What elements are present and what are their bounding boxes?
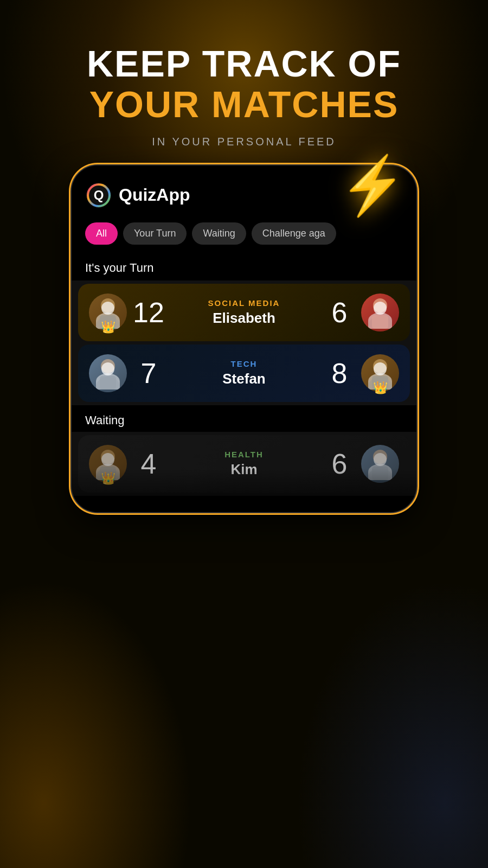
waiting-section-label: Waiting xyxy=(72,405,416,432)
match-category-2: TECH xyxy=(170,359,318,368)
player-score-3: 4 xyxy=(132,448,165,480)
svg-point-15 xyxy=(101,450,115,464)
opponent-score-2: 8 xyxy=(323,357,356,390)
opponent-avatar-container-1 xyxy=(361,293,399,331)
player-crown-3: 👑 xyxy=(101,471,115,486)
svg-point-12 xyxy=(373,359,387,373)
svg-rect-8 xyxy=(372,315,388,329)
app-logo: Q xyxy=(85,182,112,209)
player-avatar-container-1: 👑 xyxy=(89,293,127,331)
player-avatar-container-3: 👑 xyxy=(89,445,127,483)
svg-text:Q: Q xyxy=(94,188,104,202)
match-category-3: HEALTH xyxy=(170,450,318,459)
tab-your-turn[interactable]: Your Turn xyxy=(123,222,187,245)
lightning-icon: ⚡ xyxy=(336,150,409,220)
match-opponent-1: Elisabeth xyxy=(170,310,318,327)
bg-glow-right xyxy=(271,542,488,868)
tab-waiting[interactable]: Waiting xyxy=(192,222,246,245)
player-avatar-2 xyxy=(89,354,127,392)
player-crown-1: 👑 xyxy=(101,320,115,334)
match-opponent-2: Stefan xyxy=(170,371,318,387)
opponent-crown-2: 👑 xyxy=(373,381,388,395)
opponent-avatar-container-2: 👑 xyxy=(361,354,399,392)
svg-point-6 xyxy=(373,298,387,312)
tab-all[interactable]: All xyxy=(85,222,118,245)
match-card-kim[interactable]: 👑 4 HEALTH Kim 6 xyxy=(78,435,410,493)
tab-challenge[interactable]: Challenge aga xyxy=(252,222,336,245)
opponent-avatar-1 xyxy=(361,293,399,331)
svg-rect-20 xyxy=(372,467,388,480)
hero-line2: YOUR MATCHES xyxy=(0,84,488,125)
app-name: QuizApp xyxy=(119,185,190,205)
your-turn-section-title: It's your Turn xyxy=(72,253,416,280)
player-score-1: 12 xyxy=(132,296,165,329)
player-avatar-container-2 xyxy=(89,354,127,392)
match-card-elisabeth[interactable]: 👑 12 SOCIAL MEDIA Elisabeth 6 xyxy=(78,284,410,341)
svg-point-9 xyxy=(101,359,115,373)
hero-subtitle: IN YOUR PERSONAL FEED xyxy=(0,136,488,148)
match-info-3: HEALTH Kim xyxy=(170,450,318,478)
match-info-1: SOCIAL MEDIA Elisabeth xyxy=(170,298,318,327)
filter-tabs: All Your Turn Waiting Challenge aga xyxy=(72,217,416,253)
hero-line1: KEEP TRACK OF xyxy=(0,43,488,84)
bg-glow-left xyxy=(0,542,217,868)
phone-container: ⚡ Q QuizApp xyxy=(70,164,418,513)
svg-point-19 xyxy=(368,468,392,483)
svg-rect-11 xyxy=(100,376,116,390)
hero-section: KEEP TRACK OF YOUR MATCHES IN YOUR PERSO… xyxy=(0,0,488,148)
svg-point-10 xyxy=(96,377,120,392)
match-category-1: SOCIAL MEDIA xyxy=(170,298,318,308)
match-info-2: TECH Stefan xyxy=(170,359,318,387)
match-opponent-3: Kim xyxy=(170,461,318,478)
opponent-score-1: 6 xyxy=(323,296,356,329)
opponent-avatar-container-3 xyxy=(361,445,399,483)
svg-point-3 xyxy=(101,298,115,312)
bottom-spacer xyxy=(72,496,416,512)
opponent-score-3: 6 xyxy=(323,448,356,480)
match-card-stefan[interactable]: 7 TECH Stefan 8 👑 xyxy=(78,344,410,402)
opponent-avatar-3 xyxy=(361,445,399,483)
player-score-2: 7 xyxy=(132,357,165,390)
svg-point-18 xyxy=(373,450,387,464)
svg-point-7 xyxy=(368,316,392,331)
